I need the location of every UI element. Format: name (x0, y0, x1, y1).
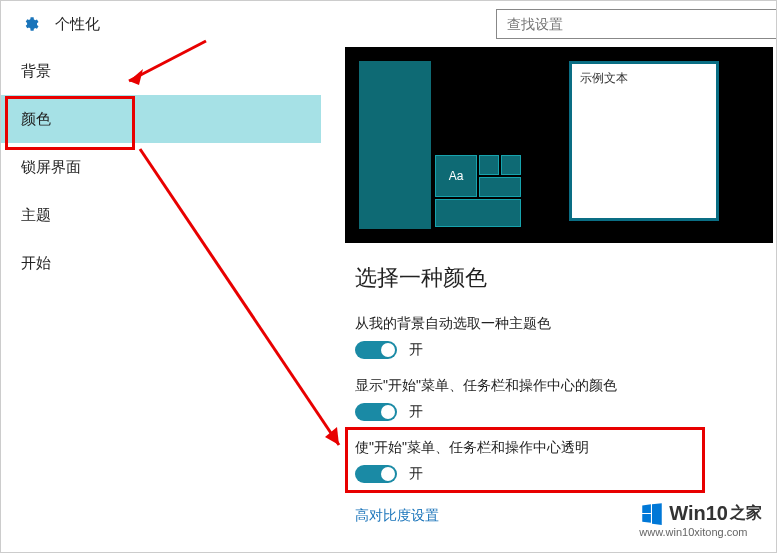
sidebar-item-label: 背景 (21, 62, 51, 81)
page-title: 个性化 (55, 15, 100, 34)
watermark: Win10 之家 www.win10xitong.com (639, 500, 762, 538)
high-contrast-link[interactable]: 高对比度设置 (355, 507, 439, 525)
preview-tile (479, 155, 499, 175)
setting-label: 使"开始"菜单、任务栏和操作中心透明 (355, 439, 766, 457)
preview-window: 示例文本 (569, 61, 719, 221)
setting-transparency: 使"开始"菜单、任务栏和操作中心透明 开 (355, 439, 766, 483)
toggle-state-label: 开 (409, 341, 423, 359)
preview-tile (435, 199, 521, 227)
preview-start-panel (359, 61, 431, 229)
preview-tile: Aa (435, 155, 477, 197)
toggle-state-label: 开 (409, 465, 423, 483)
sidebar-item-background[interactable]: 背景 (1, 47, 321, 95)
setting-label: 显示"开始"菜单、任务栏和操作中心的颜色 (355, 377, 766, 395)
content-pane: Aa 示例文本 选择一种颜色 从我的背景自动选取一种主题色 开 显示"开始"菜单… (335, 47, 776, 552)
setting-auto-accent: 从我的背景自动选取一种主题色 开 (355, 315, 766, 359)
windows-logo-icon (639, 500, 665, 526)
sidebar-item-label: 主题 (21, 206, 51, 225)
setting-show-color: 显示"开始"菜单、任务栏和操作中心的颜色 开 (355, 377, 766, 421)
sidebar-item-lockscreen[interactable]: 锁屏界面 (1, 143, 321, 191)
sidebar-item-label: 开始 (21, 254, 51, 273)
preview-tiles: Aa (435, 155, 517, 229)
watermark-url: www.win10xitong.com (639, 526, 762, 538)
watermark-brand: Win10 (669, 502, 728, 525)
toggle-transparency[interactable] (355, 465, 397, 483)
sidebar: 背景 颜色 锁屏界面 主题 开始 (1, 47, 321, 552)
sidebar-item-label: 颜色 (21, 110, 51, 129)
section-heading: 选择一种颜色 (355, 263, 766, 293)
toggle-auto-accent[interactable] (355, 341, 397, 359)
preview-tile (501, 155, 521, 175)
sidebar-item-colors[interactable]: 颜色 (1, 95, 321, 143)
search-input[interactable] (496, 9, 777, 39)
setting-label: 从我的背景自动选取一种主题色 (355, 315, 766, 333)
color-preview: Aa 示例文本 (345, 47, 773, 243)
gear-icon (21, 15, 39, 33)
sidebar-item-start[interactable]: 开始 (1, 239, 321, 287)
sidebar-item-themes[interactable]: 主题 (1, 191, 321, 239)
preview-tile (479, 177, 521, 197)
toggle-show-color[interactable] (355, 403, 397, 421)
preview-window-title: 示例文本 (572, 64, 716, 93)
sidebar-item-label: 锁屏界面 (21, 158, 81, 177)
watermark-suffix: 之家 (730, 503, 762, 524)
toggle-state-label: 开 (409, 403, 423, 421)
